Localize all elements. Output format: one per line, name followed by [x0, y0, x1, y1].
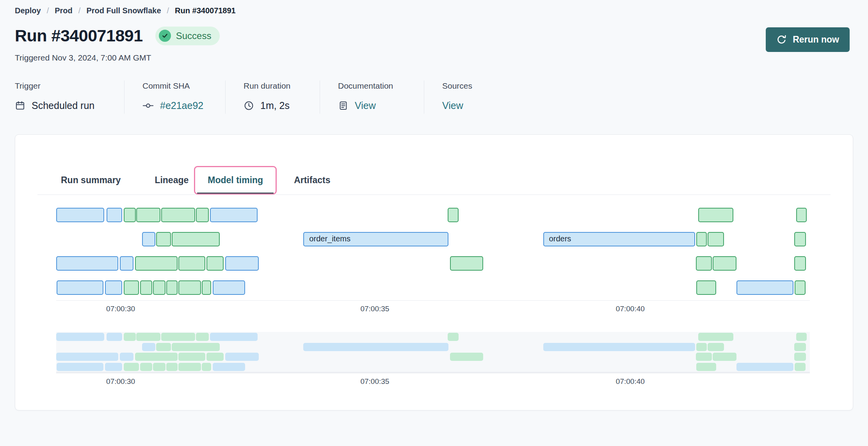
gantt-bar[interactable]: [202, 280, 211, 295]
mini-gantt-bar: [56, 353, 118, 361]
gantt-bar[interactable]: [225, 256, 259, 271]
gantt-bar[interactable]: [172, 232, 220, 246]
gantt-bar-label: orders: [544, 233, 694, 245]
tab-bar: Run summaryLineageModel timingArtifacts: [15, 135, 853, 194]
gantt-bar[interactable]: [142, 232, 155, 246]
overview-axis-labels: 07:00:3007:00:3507:00:40: [56, 373, 810, 391]
overview-gantt-row: [56, 352, 810, 362]
meta-value[interactable]: View: [442, 100, 472, 111]
mini-gantt-bar: [708, 343, 724, 351]
status-badge: Success: [155, 27, 220, 45]
gantt-bar[interactable]: [794, 256, 806, 271]
mini-gantt-bar: [105, 363, 122, 371]
overview-gantt-row: [56, 342, 810, 352]
meta-sources: SourcesView: [424, 80, 472, 114]
calendar-icon: [15, 100, 25, 111]
meta-label: Run duration: [244, 81, 320, 91]
gantt-bar[interactable]: [210, 208, 258, 222]
breadcrumb-separator: /: [78, 6, 81, 15]
gantt-bar[interactable]: [696, 280, 716, 295]
axis-tick-label: 07:00:40: [616, 377, 645, 386]
gantt-bar[interactable]: [178, 256, 205, 271]
mini-gantt-bar: [156, 343, 171, 351]
mini-gantt-bar: [56, 333, 104, 341]
gantt-bar[interactable]: [708, 232, 724, 246]
mini-gantt-bar: [794, 353, 806, 361]
timeline-overview-brush[interactable]: [56, 332, 810, 372]
gantt-bar[interactable]: [448, 208, 459, 222]
gantt-bar[interactable]: [120, 256, 133, 271]
gantt-bar[interactable]: [213, 280, 245, 295]
gantt-bar[interactable]: [105, 280, 122, 295]
tab-model-timing[interactable]: Model timing: [194, 166, 277, 194]
run-header: Run #340071891 Success Triggered Nov 3, …: [15, 26, 853, 62]
main-gantt-chart: order_itemsorders: [56, 208, 810, 295]
gantt-bar[interactable]: [178, 280, 201, 295]
mini-gantt-bar: [178, 363, 201, 371]
mini-gantt-bar: [196, 333, 209, 341]
meta-value: 1m, 2s: [244, 100, 320, 111]
breadcrumb-item[interactable]: Prod: [55, 6, 73, 15]
mini-gantt-bar: [225, 353, 259, 361]
meta-value[interactable]: #e21ae92: [142, 100, 225, 111]
gantt-bar[interactable]: [696, 256, 712, 271]
gantt-bar[interactable]: [124, 280, 139, 295]
meta-label: Sources: [442, 81, 472, 91]
mini-gantt-bar: [166, 363, 178, 371]
mini-gantt-bar: [135, 353, 178, 361]
gantt-bar-order_items[interactable]: order_items: [303, 232, 448, 246]
gantt-bar[interactable]: [124, 208, 136, 222]
gantt-bar[interactable]: [796, 208, 807, 222]
mini-gantt-bar: [172, 343, 220, 351]
meta-run-duration: Run duration1m, 2s: [225, 80, 320, 114]
gantt-row: [56, 256, 810, 271]
mini-gantt-bar: [178, 353, 205, 361]
overview-gantt-row: [56, 332, 810, 342]
gantt-bar[interactable]: [156, 232, 171, 246]
gantt-bar[interactable]: [140, 280, 152, 295]
mini-gantt-bar: [794, 343, 806, 351]
model-timing-chart: order_itemsorders 07:00:3007:00:3507:00:…: [56, 208, 810, 391]
gantt-bar[interactable]: [153, 280, 165, 295]
gantt-bar[interactable]: [736, 280, 793, 295]
run-detail-card: Run summaryLineageModel timingArtifacts …: [15, 134, 853, 410]
gantt-row: [56, 208, 810, 222]
rerun-now-button[interactable]: Rerun now: [766, 27, 850, 52]
breadcrumb-item[interactable]: Deploy: [15, 6, 41, 15]
gantt-bar[interactable]: [136, 208, 160, 222]
tab-run-summary[interactable]: Run summary: [61, 175, 121, 186]
gantt-bar[interactable]: [56, 208, 104, 222]
gantt-bar-orders[interactable]: orders: [543, 232, 695, 246]
gantt-bar[interactable]: [696, 232, 707, 246]
gantt-bar[interactable]: [107, 208, 122, 222]
breadcrumb: Deploy/Prod/Prod Full Snowflake/Run #340…: [15, 6, 853, 15]
gantt-bar-label: order_items: [304, 233, 448, 245]
gantt-bar[interactable]: [161, 208, 195, 222]
axis-tick-label: 07:00:30: [106, 305, 135, 313]
gantt-bar[interactable]: [795, 280, 806, 295]
gantt-bar[interactable]: [450, 256, 483, 271]
meta-value-text: View: [355, 100, 376, 111]
gantt-bar[interactable]: [57, 280, 103, 295]
axis-tick-label: 07:00:40: [616, 305, 645, 313]
gantt-bar[interactable]: [206, 256, 224, 271]
breadcrumb-separator: /: [47, 6, 49, 15]
meta-value[interactable]: View: [338, 100, 424, 111]
breadcrumb-item[interactable]: Prod Full Snowflake: [86, 6, 161, 15]
meta-label: Commit SHA: [142, 81, 225, 91]
time-axis-labels: 07:00:3007:00:3507:00:40: [56, 301, 810, 318]
meta-value-text: View: [442, 100, 463, 111]
gantt-bar[interactable]: [794, 232, 806, 246]
meta-value: Scheduled run: [15, 100, 124, 111]
tab-lineage[interactable]: Lineage: [155, 175, 189, 186]
gantt-bar[interactable]: [713, 256, 736, 271]
meta-label: Trigger: [15, 81, 124, 91]
gantt-bar[interactable]: [166, 280, 178, 295]
gantt-bar[interactable]: [196, 208, 209, 222]
mini-gantt-bar: [450, 353, 483, 361]
gantt-bar[interactable]: [56, 256, 118, 271]
tab-artifacts[interactable]: Artifacts: [294, 175, 330, 186]
mini-gantt-bar: [142, 343, 155, 351]
gantt-bar[interactable]: [135, 256, 178, 271]
gantt-bar[interactable]: [698, 208, 733, 222]
